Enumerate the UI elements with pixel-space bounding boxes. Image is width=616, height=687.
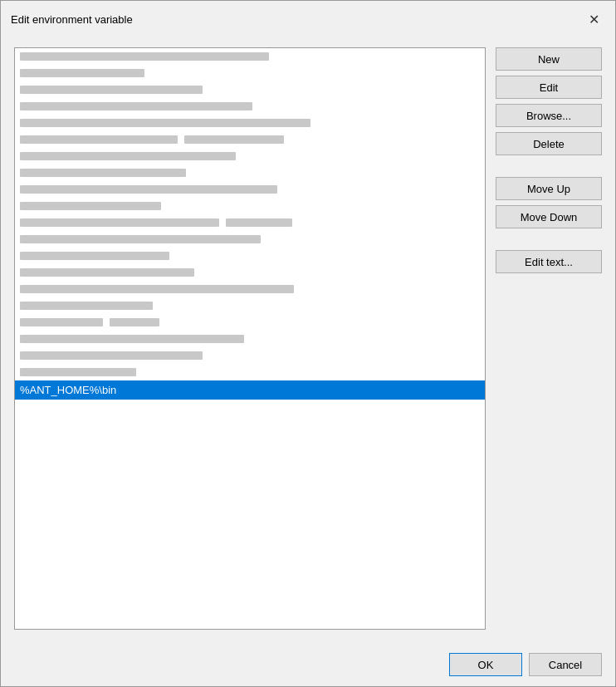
button-spacer-1	[496, 160, 602, 172]
blurred-text	[20, 169, 186, 177]
blurred-text	[20, 86, 203, 94]
edit-env-var-dialog: Edit environment variable ✕ %ANT_HOME%\b…	[0, 0, 616, 687]
move-up-button[interactable]: Move Up	[496, 177, 602, 200]
list-item[interactable]	[15, 364, 485, 380]
selected-list-item[interactable]: %ANT_HOME%\bin	[15, 380, 485, 400]
env-var-list[interactable]: %ANT_HOME%\bin	[14, 47, 486, 630]
blurred-text	[20, 351, 203, 360]
dialog-footer: OK Cancel	[1, 643, 615, 686]
list-item[interactable]	[15, 331, 485, 347]
blurred-text	[20, 302, 153, 310]
blurred-text	[20, 268, 194, 277]
close-button[interactable]: ✕	[582, 7, 605, 31]
dialog-body: %ANT_HOME%\bin New Edit Browse... Delete…	[1, 37, 615, 643]
list-item[interactable]	[15, 65, 485, 81]
list-item[interactable]	[15, 181, 485, 198]
blurred-text	[20, 185, 277, 194]
list-item[interactable]	[15, 314, 485, 331]
blurred-text	[20, 218, 219, 227]
dialog-title: Edit environment variable	[11, 13, 133, 26]
list-item[interactable]	[15, 214, 485, 231]
ok-button[interactable]: OK	[449, 653, 522, 676]
cancel-button[interactable]: Cancel	[529, 653, 602, 676]
browse-button[interactable]: Browse...	[496, 104, 602, 127]
blurred-text	[226, 218, 292, 227]
list-item[interactable]	[15, 98, 485, 115]
blurred-text	[20, 152, 236, 160]
blurred-text	[20, 318, 103, 326]
edit-button[interactable]: Edit	[496, 76, 602, 99]
edit-text-button[interactable]: Edit text...	[496, 250, 602, 273]
blurred-text	[20, 368, 136, 376]
list-item[interactable]	[15, 231, 485, 248]
list-item[interactable]	[15, 297, 485, 314]
blurred-text	[20, 119, 310, 127]
list-item[interactable]	[15, 198, 485, 214]
list-item[interactable]	[15, 281, 485, 297]
delete-button[interactable]: Delete	[496, 132, 602, 155]
blurred-text	[184, 135, 284, 144]
list-item[interactable]	[15, 264, 485, 281]
blurred-text	[20, 69, 144, 77]
blurred-text	[110, 318, 159, 326]
blurred-text	[20, 252, 169, 260]
blurred-text	[20, 135, 178, 144]
blurred-text	[20, 52, 269, 61]
list-item[interactable]	[15, 164, 485, 181]
new-button[interactable]: New	[496, 47, 602, 71]
blurred-text	[20, 235, 261, 243]
list-items: %ANT_HOME%\bin	[15, 48, 485, 400]
list-item[interactable]	[15, 148, 485, 164]
title-bar: Edit environment variable ✕	[1, 1, 615, 37]
list-item[interactable]	[15, 81, 485, 98]
list-item[interactable]	[15, 48, 485, 65]
blurred-text	[20, 102, 252, 110]
blurred-text	[20, 285, 294, 293]
list-item[interactable]	[15, 115, 485, 131]
button-spacer-2	[496, 233, 602, 245]
list-item[interactable]	[15, 248, 485, 264]
list-item[interactable]	[15, 347, 485, 364]
list-item[interactable]	[15, 131, 485, 148]
blurred-text	[20, 335, 244, 343]
blurred-text	[20, 202, 161, 210]
buttons-panel: New Edit Browse... Delete Move Up Move D…	[496, 47, 602, 630]
move-down-button[interactable]: Move Down	[496, 205, 602, 228]
